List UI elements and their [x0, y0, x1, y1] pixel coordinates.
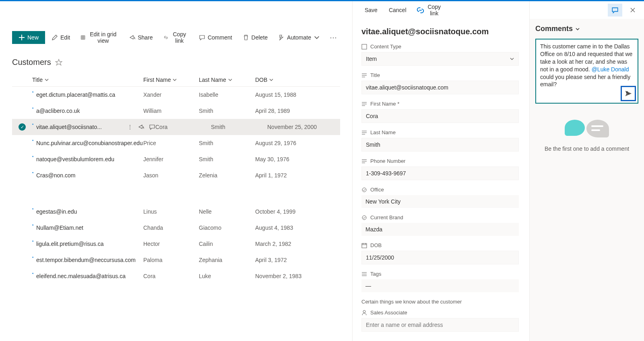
table-row[interactable]: ↗egestas@in.eduLinusNelleOctober 4, 1999 — [12, 204, 340, 220]
cancel-button[interactable]: Cancel — [383, 4, 410, 16]
phone-input[interactable] — [361, 166, 519, 180]
tags-input[interactable]: — — [361, 279, 519, 292]
details-copy-link-button[interactable]: Copy link — [412, 1, 444, 19]
comment-textbox[interactable]: This customer came in to the Dallas Offi… — [535, 39, 638, 104]
row-comment-icon[interactable] — [149, 124, 155, 130]
row-lastname: Cailin — [199, 241, 255, 247]
table-row[interactable]: ↗Nullam@Etiam.netChandaGiacomoAugust 4, … — [12, 220, 340, 236]
comment-icon — [199, 34, 205, 41]
col-title[interactable]: Title — [32, 77, 143, 83]
share-label: Share — [138, 34, 153, 41]
edit-grid-button[interactable]: Edit in grid view — [76, 29, 122, 46]
col-dob[interactable]: DOB — [255, 77, 312, 83]
brand-label: Current Brand — [370, 214, 403, 220]
row-lastname: Smith — [199, 140, 255, 146]
row-dob: April 28, 1989 — [255, 108, 312, 114]
row-dob: March 2, 1982 — [255, 241, 312, 247]
comment-button[interactable]: Comment — [195, 32, 236, 43]
content-type-label: Content Type — [370, 44, 401, 50]
chevron-down-icon — [269, 77, 274, 82]
content-type-select[interactable]: Item — [361, 52, 519, 66]
choice-icon — [361, 187, 367, 193]
details-copy-link-label: Copy link — [427, 4, 441, 17]
row-lastname: Smith — [199, 108, 255, 114]
comment-icon — [611, 6, 619, 14]
choice-icon — [361, 215, 367, 220]
row-firstname: Jason — [143, 172, 199, 179]
chevron-down-icon — [575, 27, 580, 31]
row-title[interactable]: ↗Nullam@Etiam.net — [32, 225, 143, 231]
row-title[interactable]: ↗natoque@vestibulumlorem.edu — [32, 156, 143, 162]
new-button[interactable]: New — [12, 31, 45, 44]
row-firstname: Cora — [155, 124, 211, 130]
firstname-input[interactable] — [361, 109, 519, 123]
person-icon — [361, 310, 367, 316]
chevron-down-icon — [228, 77, 233, 82]
row-title[interactable]: ↗a@aclibero.co.uk — [32, 108, 143, 114]
text-icon — [361, 130, 367, 135]
overflow-button[interactable]: ⋯ — [326, 31, 340, 44]
table-row[interactable]: ↗est.tempor.bibendum@neccursusa.comPalom… — [12, 252, 340, 268]
table-row[interactable]: ↗a@aclibero.co.ukWilliamSmithApril 28, 1… — [12, 103, 340, 119]
table-row[interactable]: ↗ligula.elit.pretium@risus.caHectorCaili… — [12, 236, 340, 252]
comments-header[interactable]: Comments — [535, 25, 638, 33]
col-lastname[interactable]: Last Name — [199, 77, 255, 83]
plus-icon — [19, 34, 25, 41]
tags-icon — [361, 271, 367, 277]
delete-button[interactable]: Delete — [239, 32, 272, 43]
office-label: Office — [370, 187, 384, 193]
edit-button[interactable]: Edit — [47, 32, 74, 43]
svg-point-1 — [362, 188, 366, 192]
title-input[interactable] — [361, 81, 519, 94]
link-indicator-icon: ↗ — [32, 91, 34, 95]
table-row[interactable]: ↗eget.dictum.placerat@mattis.caXanderIsa… — [12, 87, 340, 103]
lastname-label: Last Name — [370, 129, 396, 135]
row-title[interactable]: ↗est.tempor.bibendum@neccursusa.com — [32, 257, 143, 263]
table-row[interactable]: ✓↗vitae.aliquet@sociisnato...⋮CoraSmithN… — [12, 119, 340, 135]
link-indicator-icon: ↗ — [32, 257, 34, 260]
row-title[interactable]: ↗egestas@in.edu — [32, 208, 143, 215]
mention[interactable]: @Luke Donald — [592, 66, 629, 73]
send-comment-button[interactable]: ↖ — [621, 86, 636, 101]
save-button[interactable]: Save — [359, 4, 381, 16]
table-row[interactable]: ↗Nunc.pulvinar.arcu@conubianostraper.edu… — [12, 135, 340, 151]
row-title[interactable]: ↗ligula.elit.pretium@risus.ca — [32, 241, 143, 247]
svg-rect-3 — [362, 243, 367, 248]
col-firstname[interactable]: First Name — [143, 77, 199, 83]
details-toolbar: Save Cancel Copy link — [353, 1, 529, 19]
comment-text-after: could you please send her a friendly ema… — [540, 74, 630, 88]
row-title[interactable]: ↗eget.dictum.placerat@mattis.ca — [32, 91, 143, 98]
brand-input[interactable]: Mazda — [361, 223, 519, 236]
row-dob: August 4, 1983 — [255, 225, 312, 231]
row-lastname: Zelenia — [199, 172, 255, 179]
row-dob: August 29, 1976 — [255, 140, 312, 146]
favorite-icon[interactable] — [55, 59, 62, 66]
sales-assoc-input[interactable] — [361, 318, 519, 332]
row-title[interactable]: ↗Nunc.pulvinar.arcu@conubianostraper.edu — [32, 140, 143, 146]
row-checkmark-icon[interactable]: ✓ — [19, 123, 26, 131]
link-indicator-icon: ↗ — [32, 172, 34, 176]
row-lastname: Smith — [211, 124, 267, 130]
link-indicator-icon: ↗ — [32, 156, 34, 160]
table-row[interactable]: ↗eleifend.nec.malesuada@atrisus.caCoraLu… — [12, 268, 340, 284]
row-lastname: Nelle — [199, 208, 255, 215]
office-input[interactable]: New York City — [361, 195, 519, 208]
copy-link-button[interactable]: Copy link — [159, 29, 192, 46]
comments-toggle-button[interactable] — [608, 4, 622, 17]
table-row[interactable]: ↗Cras@non.comJasonZeleniaApril 1, 1972 — [12, 167, 340, 183]
row-title[interactable]: ↗eleifend.nec.malesuada@atrisus.ca — [32, 273, 143, 279]
row-dob: November 2, 1983 — [255, 273, 312, 279]
row-lastname: Giacomo — [199, 225, 255, 231]
share-button[interactable]: Share — [125, 32, 157, 43]
automate-button[interactable]: Automate — [274, 32, 324, 43]
dob-input[interactable] — [361, 251, 519, 264]
comments-pane: Comments This customer came in to the Da… — [529, 1, 644, 341]
row-dob: October 4, 1999 — [255, 208, 312, 215]
lastname-input[interactable] — [361, 138, 519, 152]
table-row[interactable]: ↗natoque@vestibulumlorem.eduJenniferSmit… — [12, 151, 340, 167]
link-indicator-icon: ↗ — [32, 241, 34, 244]
list-title: Customers — [12, 58, 51, 67]
row-title[interactable]: ↗Cras@non.com — [32, 172, 143, 179]
close-pane-button[interactable] — [625, 4, 640, 17]
row-title[interactable]: ↗vitae.aliquet@sociisnato... — [32, 124, 143, 130]
